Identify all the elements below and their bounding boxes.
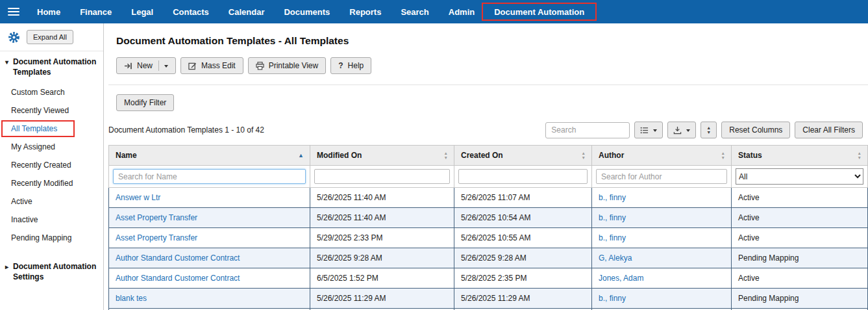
- sidebar-item-recently-created[interactable]: Recently Created: [0, 156, 103, 174]
- filter-row: All: [109, 166, 868, 188]
- nav-item-calendar[interactable]: Calendar: [219, 0, 275, 23]
- sort-icon[interactable]: ▲▼: [582, 151, 586, 160]
- created-on-filter-input[interactable]: [458, 169, 588, 184]
- clear-all-filters-button[interactable]: Clear All Filters: [795, 122, 863, 138]
- status-filter-select[interactable]: All: [736, 168, 863, 185]
- cell-name: blank tes: [109, 289, 310, 309]
- template-link[interactable]: Asset Property Transfer: [116, 213, 197, 222]
- nav-item-reports[interactable]: Reports: [340, 0, 391, 23]
- cell-modified-on: 5/26/2025 11:40 AM: [310, 208, 454, 228]
- nav-item-admin[interactable]: Admin: [439, 0, 484, 23]
- sidebar: Expand All ▾ Document Automation Templat…: [0, 23, 104, 310]
- cell-created-on: 5/26/2025 11:29 AM: [454, 289, 592, 309]
- sidebar-item-my-assigned[interactable]: My Assigned: [0, 138, 103, 156]
- cell-name: Asset Property Transfer: [109, 228, 310, 248]
- author-link[interactable]: b., finny: [599, 213, 626, 222]
- export-button[interactable]: [667, 122, 696, 138]
- cell-status: Active: [732, 188, 868, 208]
- author-link[interactable]: b., finny: [599, 233, 626, 242]
- cell-modified-on: 5/26/2025 9:28 AM: [310, 248, 454, 268]
- sort-icon[interactable]: ▲▼: [858, 151, 862, 160]
- list-controls: Document Automation Templates 1 - 10 of …: [108, 122, 868, 138]
- reset-columns-button[interactable]: Reset Columns: [721, 122, 790, 138]
- table-row[interactable]: Author Standard Customer Contract 6/5/20…: [109, 268, 868, 289]
- nav-item-finance[interactable]: Finance: [70, 0, 121, 23]
- nav-item-documents[interactable]: Documents: [274, 0, 340, 23]
- collapse-triangle-icon: ▾: [5, 58, 8, 77]
- cell-created-on: 5/26/2025 11:07 AM: [454, 188, 592, 208]
- modify-filter-button[interactable]: Modify Filter: [116, 94, 174, 111]
- sidebar-item-custom-search[interactable]: Custom Search: [0, 83, 103, 101]
- cell-status: Pending Mapping: [732, 289, 868, 309]
- nav-item-home[interactable]: Home: [27, 0, 70, 23]
- author-link[interactable]: b., finny: [599, 193, 626, 202]
- column-header-author[interactable]: Author ▲▼: [592, 146, 732, 166]
- table-row[interactable]: Asset Property Transfer 5/26/2025 11:40 …: [109, 208, 868, 228]
- sidebar-item-active[interactable]: Active: [0, 192, 103, 211]
- sidebar-item-inactive[interactable]: Inactive: [0, 211, 103, 229]
- template-link[interactable]: Asset Property Transfer: [116, 233, 197, 242]
- template-link[interactable]: Author Standard Customer Contract: [116, 253, 240, 263]
- author-link[interactable]: Jones, Adam: [599, 274, 643, 283]
- sidebar-item-recently-modified[interactable]: Recently Modified: [0, 174, 103, 192]
- nav-item-legal[interactable]: Legal: [121, 0, 163, 23]
- mass-edit-button[interactable]: Mass Edit: [180, 57, 243, 74]
- nav-item-document-automation[interactable]: Document Automation: [484, 0, 594, 23]
- nav-item-search[interactable]: Search: [391, 0, 438, 23]
- table-row[interactable]: Author Standard Customer Contract 5/26/2…: [109, 248, 868, 268]
- name-filter-input[interactable]: [113, 169, 306, 184]
- chevron-down-icon: [686, 129, 690, 134]
- table-row[interactable]: Asset Property Transfer 5/29/2025 2:33 P…: [109, 228, 868, 248]
- table-row[interactable]: blank tes 5/26/2025 11:29 AM 5/26/2025 1…: [109, 289, 868, 309]
- template-link[interactable]: Author Standard Customer Contract: [116, 274, 240, 283]
- top-navigation: Home Finance Legal Contacts Calendar Doc…: [0, 0, 868, 23]
- main-content: Document Automation Templates - All Temp…: [104, 23, 868, 310]
- search-input[interactable]: [545, 122, 630, 138]
- sort-order-button[interactable]: ▲▼: [701, 122, 717, 138]
- column-header-created-on[interactable]: Created On ▲▼: [454, 146, 592, 166]
- sidebar-item-all-templates[interactable]: All Templates: [0, 120, 103, 138]
- hamburger-menu-icon[interactable]: [0, 0, 27, 23]
- expand-all-button[interactable]: Expand All: [27, 30, 73, 44]
- new-button[interactable]: New: [116, 57, 176, 74]
- cell-modified-on: 6/5/2025 1:52 PM: [310, 268, 454, 289]
- cell-modified-on: 5/26/2025 11:29 AM: [310, 289, 454, 309]
- question-mark-icon: ?: [338, 61, 343, 70]
- column-label-name: Name: [116, 151, 137, 160]
- help-button[interactable]: ? Help: [330, 57, 371, 74]
- column-header-status[interactable]: Status ▲▼: [732, 146, 868, 166]
- cell-modified-on: 5/29/2025 2:33 PM: [310, 228, 454, 248]
- new-dropdown[interactable]: [158, 60, 168, 71]
- gear-icon[interactable]: [8, 31, 20, 44]
- modified-on-filter-input[interactable]: [314, 169, 450, 184]
- column-label-status: Status: [738, 151, 762, 160]
- column-header-modified-on[interactable]: Modified On ▲▼: [310, 146, 454, 166]
- cell-status: Pending Mapping: [732, 248, 868, 268]
- template-link[interactable]: blank tes: [116, 294, 147, 303]
- reset-columns-label: Reset Columns: [729, 125, 782, 135]
- cell-status: Active: [732, 208, 868, 228]
- author-filter-input[interactable]: [596, 169, 727, 184]
- cell-author: b., finny: [592, 188, 732, 208]
- new-icon: [124, 62, 132, 70]
- sidebar-item-recently-viewed[interactable]: Recently Viewed: [0, 101, 103, 120]
- printable-view-button[interactable]: Printable View: [248, 57, 327, 74]
- list-icon: [640, 126, 649, 135]
- sidebar-group-settings-label: Document Automation Settings: [13, 262, 98, 282]
- template-link[interactable]: Answer w Ltr: [116, 193, 160, 202]
- sidebar-group-settings[interactable]: ▸ Document Automation Settings: [0, 256, 103, 288]
- sort-icon[interactable]: ▲▼: [444, 151, 448, 160]
- list-view-button[interactable]: [634, 122, 663, 138]
- page-body: Expand All ▾ Document Automation Templat…: [0, 23, 868, 310]
- author-link[interactable]: G, Alekya: [599, 253, 632, 263]
- sort-ascending-icon[interactable]: ▲: [298, 153, 304, 159]
- sort-icon[interactable]: ▲▼: [721, 151, 725, 160]
- author-link[interactable]: b., finny: [599, 294, 626, 303]
- sidebar-item-pending-mapping[interactable]: Pending Mapping: [0, 229, 103, 247]
- column-header-name[interactable]: Name ▲: [109, 146, 310, 166]
- sidebar-group-templates[interactable]: ▾ Document Automation Templates: [0, 51, 103, 83]
- table-row[interactable]: Answer w Ltr 5/26/2025 11:40 AM 5/26/202…: [109, 188, 868, 208]
- record-count: Document Automation Templates 1 - 10 of …: [108, 125, 264, 135]
- cell-author: G, Alekya: [592, 248, 732, 268]
- nav-item-contacts[interactable]: Contacts: [163, 0, 219, 23]
